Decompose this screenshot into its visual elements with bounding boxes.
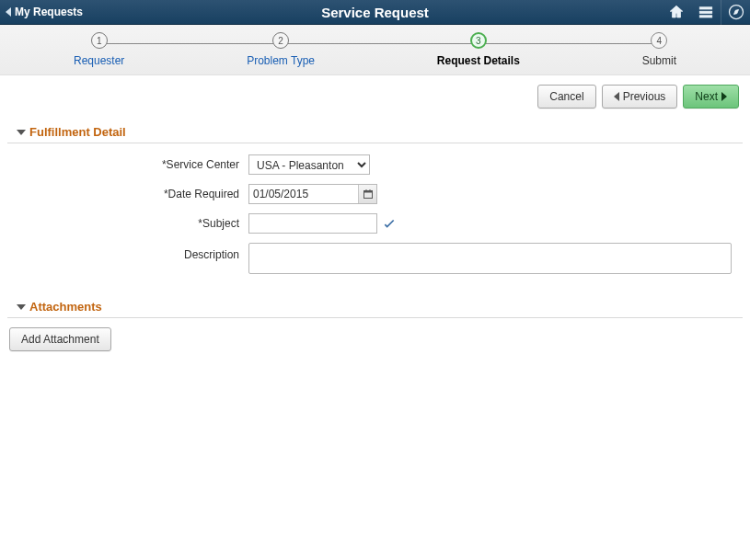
page-title: Service Request xyxy=(0,5,750,20)
row-service-center: *Service Center USA - Pleasanton xyxy=(9,154,741,175)
step-request-details[interactable]: 3 Request Details xyxy=(437,32,520,67)
step-number: 4 xyxy=(651,32,667,49)
disclosure-triangle-icon xyxy=(17,130,26,135)
compass-icon[interactable] xyxy=(721,0,750,25)
description-label: Description xyxy=(9,243,248,261)
add-attachment-button[interactable]: Add Attachment xyxy=(9,327,111,351)
triangle-right-icon xyxy=(721,92,727,101)
previous-button-label: Previous xyxy=(623,90,666,103)
header-actions xyxy=(662,0,750,24)
add-attachment-label: Add Attachment xyxy=(21,333,99,346)
subject-input[interactable] xyxy=(248,213,377,234)
chevron-left-icon xyxy=(6,7,11,17)
back-link[interactable]: My Requests xyxy=(0,0,92,24)
next-button-label: Next xyxy=(695,90,718,103)
cancel-button[interactable]: Cancel xyxy=(537,85,595,109)
back-link-label: My Requests xyxy=(15,6,83,18)
svg-rect-5 xyxy=(363,191,372,193)
step-label: Requester xyxy=(74,54,124,67)
svg-rect-1 xyxy=(699,11,712,13)
row-subject: *Subject xyxy=(9,213,741,234)
action-bar: Cancel Previous Next xyxy=(0,75,750,114)
previous-button[interactable]: Previous xyxy=(602,85,678,109)
calendar-icon[interactable] xyxy=(358,185,376,203)
home-icon[interactable] xyxy=(662,0,691,25)
svg-rect-0 xyxy=(699,7,712,9)
date-required-label: *Date Required xyxy=(9,188,248,200)
service-center-label: *Service Center xyxy=(9,158,248,171)
step-submit: 4 Submit xyxy=(642,32,676,67)
fulfillment-form: *Service Center USA - Pleasanton *Date R… xyxy=(0,143,750,289)
service-center-select[interactable]: USA - Pleasanton xyxy=(248,154,370,175)
description-textarea[interactable] xyxy=(248,243,732,274)
step-label: Problem Type xyxy=(247,54,315,67)
train-connector-line xyxy=(101,43,660,44)
subject-label: *Subject xyxy=(9,217,248,230)
step-label: Request Details xyxy=(437,54,520,67)
attachments-body: Add Attachment xyxy=(0,318,750,360)
disclosure-triangle-icon xyxy=(17,304,26,310)
cancel-button-label: Cancel xyxy=(549,90,583,103)
section-header-attachments[interactable]: Attachments xyxy=(7,296,743,318)
step-problem-type[interactable]: 2 Problem Type xyxy=(247,32,315,67)
step-number: 1 xyxy=(91,32,108,49)
svg-rect-2 xyxy=(699,16,712,17)
menu-icon[interactable] xyxy=(691,0,721,25)
section-title: Attachments xyxy=(29,300,102,314)
progress-train: 1 Requester 2 Problem Type 3 Request Det… xyxy=(0,25,750,75)
step-number: 3 xyxy=(470,32,487,49)
triangle-left-icon xyxy=(614,92,619,101)
step-label: Submit xyxy=(642,54,676,67)
step-requester[interactable]: 1 Requester xyxy=(74,32,124,67)
app-header: My Requests Service Request xyxy=(0,0,750,25)
section-title: Fulfillment Detail xyxy=(29,125,126,139)
next-button[interactable]: Next xyxy=(683,85,739,109)
step-number: 2 xyxy=(272,32,289,49)
row-description: Description xyxy=(9,243,741,274)
section-header-fulfillment[interactable]: Fulfillment Detail xyxy=(7,121,743,143)
row-date-required: *Date Required xyxy=(9,184,741,204)
spellcheck-icon[interactable] xyxy=(381,215,398,232)
